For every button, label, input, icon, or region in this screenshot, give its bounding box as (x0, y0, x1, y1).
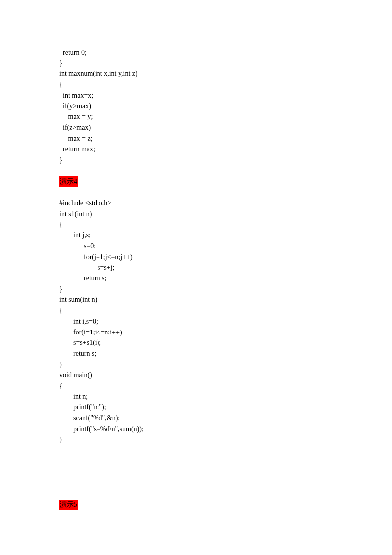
demo5-prefix: 演示 (60, 501, 74, 508)
demo5-number: 5 (74, 501, 77, 508)
gap (59, 166, 333, 176)
demo-heading-4: 演示4 (59, 176, 333, 187)
demo-heading-5: 演示5 (59, 500, 333, 510)
document-page: return 0; } int maxnum(int x,int y,int z… (0, 0, 392, 555)
large-gap (59, 445, 333, 500)
code-block-1: return 0; } int maxnum(int x,int y,int z… (59, 47, 333, 166)
demo4-highlight: 演示4 (59, 176, 78, 187)
demo4-prefix: 演示 (60, 178, 74, 185)
demo4-number: 4 (74, 178, 77, 185)
code-block-2: #include <stdio.h> int s1(int n) { int j… (59, 198, 333, 445)
demo5-highlight: 演示5 (59, 500, 78, 510)
gap (59, 187, 333, 198)
